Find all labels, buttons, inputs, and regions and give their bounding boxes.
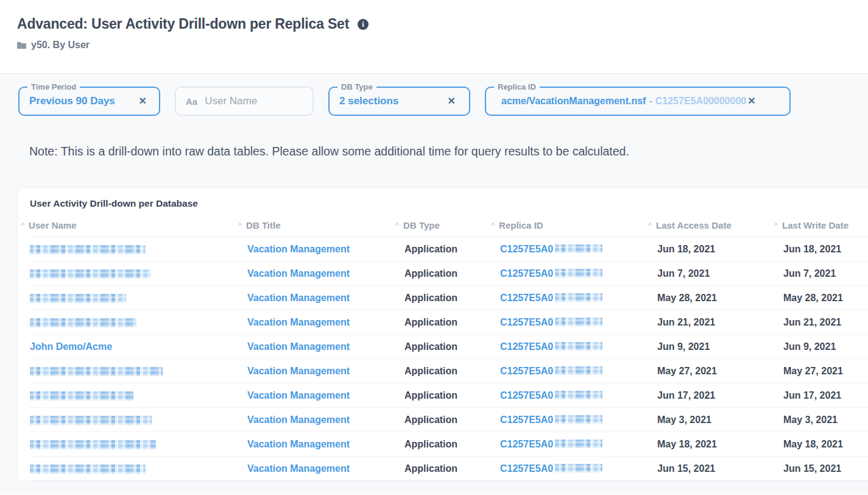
table-row: Vacation Management Application C1257E5A… xyxy=(30,286,868,310)
table-row: Vacation Management Application C1257E5A… xyxy=(30,408,868,432)
user-name-link[interactable] xyxy=(30,317,136,327)
last-access-cell: May 18, 2021 xyxy=(657,432,783,457)
user-name-cell xyxy=(30,262,247,286)
db-type-filter[interactable]: DB Type 2 selections ✕ xyxy=(328,87,470,116)
time-period-clear-icon[interactable]: ✕ xyxy=(139,96,147,106)
time-period-filter[interactable]: Time Period Previous 90 Days ✕ xyxy=(18,87,160,116)
db-title-link[interactable]: Vacation Management xyxy=(247,439,350,449)
column-header[interactable]: ^Replica ID xyxy=(500,216,657,237)
results-card: User Activity Drill-down per Database ^U… xyxy=(17,187,868,482)
table-title: User Activity Drill-down per Database xyxy=(30,198,868,209)
info-icon[interactable]: i xyxy=(358,19,369,30)
user-name-link[interactable] xyxy=(30,366,163,376)
column-header[interactable]: ^Last Access Date xyxy=(657,216,783,237)
redacted-replica-id xyxy=(555,464,602,472)
db-type-clear-icon[interactable]: ✕ xyxy=(448,96,456,106)
replica-id-value-separator: - xyxy=(649,96,652,107)
user-name-link[interactable] xyxy=(30,268,150,279)
db-title-link[interactable]: Vacation Management xyxy=(247,341,350,352)
replica-id-label: Replica ID xyxy=(494,82,540,92)
db-type-cell: Application xyxy=(404,237,500,262)
column-header-label: DB Type xyxy=(403,220,440,230)
user-name-link[interactable] xyxy=(30,390,133,401)
sort-icon: ^ xyxy=(395,221,399,230)
last-write-cell: Jun 18, 2021 xyxy=(783,237,868,262)
db-title-link[interactable]: Vacation Management xyxy=(247,317,350,327)
last-write-cell: Jun 17, 2021 xyxy=(783,383,868,408)
replica-id-filter[interactable]: Replica ID acme/VacationManagement.nsf -… xyxy=(485,87,791,116)
db-title-cell: Vacation Management xyxy=(247,408,404,432)
table-row: Vacation Management Application C1257E5A… xyxy=(30,237,868,262)
column-header-label: DB Title xyxy=(246,220,280,230)
column-header-label: Last Access Date xyxy=(656,220,732,230)
last-write-cell: Jun 9, 2021 xyxy=(783,335,868,359)
last-access-cell: Jun 17, 2021 xyxy=(657,383,783,408)
redacted-user-name xyxy=(30,269,150,279)
replica-id-link[interactable]: C1257E5A0 xyxy=(500,463,602,474)
replica-id-link[interactable]: C1257E5A0 xyxy=(500,415,602,425)
redacted-replica-id xyxy=(555,269,602,277)
last-write-cell: May 27, 2021 xyxy=(783,359,868,383)
last-write-cell: Jun 7, 2021 xyxy=(783,262,868,286)
replica-id-cell: C1257E5A0 xyxy=(500,457,657,481)
replica-id-link[interactable]: C1257E5A0 xyxy=(500,439,602,449)
user-name-cell xyxy=(30,286,247,310)
db-type-cell: Application xyxy=(404,432,500,457)
db-title-cell: Vacation Management xyxy=(247,286,404,310)
breadcrumb[interactable]: y50. By User xyxy=(17,40,868,51)
redacted-user-name xyxy=(30,318,136,327)
replica-id-link[interactable]: C1257E5A0 xyxy=(500,293,602,303)
sort-icon: ^ xyxy=(238,221,242,230)
user-name-link[interactable] xyxy=(30,293,126,303)
db-title-link[interactable]: Vacation Management xyxy=(247,293,350,303)
last-access-cell: Jun 9, 2021 xyxy=(657,335,783,359)
last-access-cell: Jun 18, 2021 xyxy=(657,237,783,262)
user-name-link[interactable]: John Demo/Acme xyxy=(30,341,112,352)
last-access-cell: Jun 15, 2021 xyxy=(657,457,783,481)
column-header[interactable]: ^User Name xyxy=(30,216,247,237)
user-name-link[interactable] xyxy=(30,439,156,449)
replica-id-value-secondary: C1257E5A00000000 xyxy=(655,96,746,107)
db-type-cell: Application xyxy=(404,408,500,432)
table-header-row: ^User Name^DB Title^DB Type^Replica ID^L… xyxy=(30,216,868,237)
db-title-cell: Vacation Management xyxy=(247,310,404,335)
user-name-input[interactable] xyxy=(203,94,297,108)
last-write-cell: May 28, 2021 xyxy=(783,286,868,310)
db-title-link[interactable]: Vacation Management xyxy=(247,463,350,474)
replica-id-cell: C1257E5A0 xyxy=(500,237,657,262)
user-name-link[interactable] xyxy=(30,463,146,474)
user-name-link[interactable] xyxy=(30,244,146,254)
replica-id-link[interactable]: C1257E5A0 xyxy=(500,317,602,327)
db-title-link[interactable]: Vacation Management xyxy=(247,415,350,425)
user-name-filter[interactable]: Aa xyxy=(175,87,314,116)
last-write-cell: Jun 15, 2021 xyxy=(783,457,868,481)
redacted-replica-id xyxy=(555,293,602,302)
replica-id-prefix: C1257E5A0 xyxy=(500,390,553,401)
db-title-link[interactable]: Vacation Management xyxy=(247,268,350,279)
redacted-replica-id xyxy=(555,366,602,375)
column-header[interactable]: ^DB Type xyxy=(404,216,500,237)
redacted-user-name xyxy=(30,367,163,376)
replica-id-link[interactable]: C1257E5A0 xyxy=(500,244,602,254)
user-name-link[interactable] xyxy=(30,415,152,425)
table-row: Vacation Management Application C1257E5A… xyxy=(30,310,868,335)
column-header[interactable]: ^Last Write Date xyxy=(783,216,868,237)
last-access-cell: Jun 7, 2021 xyxy=(657,262,783,286)
db-type-cell: Application xyxy=(404,286,500,310)
replica-id-prefix: C1257E5A0 xyxy=(500,244,553,254)
replica-id-link[interactable]: C1257E5A0 xyxy=(500,268,602,279)
replica-id-link[interactable]: C1257E5A0 xyxy=(500,366,602,376)
db-title-link[interactable]: Vacation Management xyxy=(247,366,350,376)
db-title-link[interactable]: Vacation Management xyxy=(247,244,350,254)
redacted-replica-id xyxy=(555,244,602,253)
db-title-link[interactable]: Vacation Management xyxy=(247,390,350,401)
user-name-cell xyxy=(30,383,247,408)
replica-id-link[interactable]: C1257E5A0 xyxy=(500,341,602,352)
sort-icon: ^ xyxy=(21,221,24,230)
replica-id-cell: C1257E5A0 xyxy=(500,310,657,335)
replica-id-clear-icon[interactable]: ✕ xyxy=(747,96,755,106)
replica-id-link[interactable]: C1257E5A0 xyxy=(500,390,602,401)
replica-id-cell: C1257E5A0 xyxy=(500,408,657,432)
column-header[interactable]: ^DB Title xyxy=(247,216,404,237)
results-table: ^User Name^DB Title^DB Type^Replica ID^L… xyxy=(30,216,868,481)
